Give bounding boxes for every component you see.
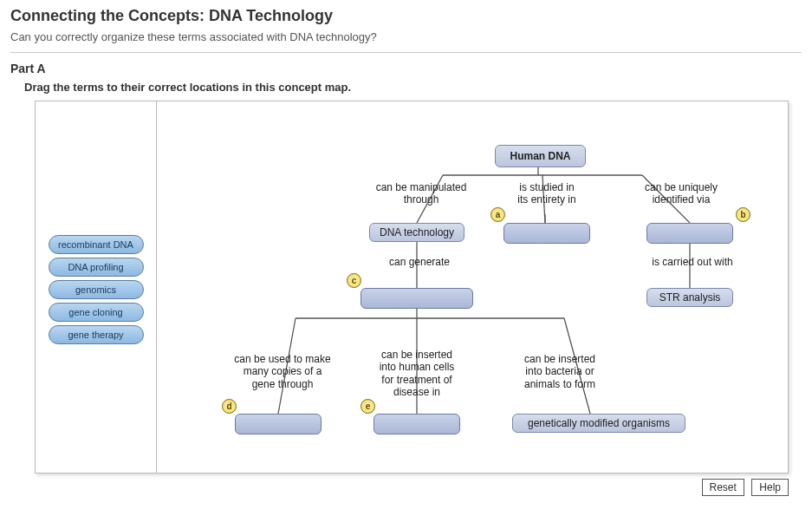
page-subtitle: Can you correctly organize these terms a… <box>10 30 802 43</box>
node-human-dna: Human DNA <box>495 145 586 167</box>
slot-e[interactable] <box>374 414 460 434</box>
node-dna-technology: DNA technology <box>369 223 464 242</box>
slot-d[interactable] <box>235 414 322 434</box>
node-gmo: genetically modified organisms <box>512 414 685 433</box>
term-recombinant-dna[interactable]: recombinant DNA <box>49 235 144 254</box>
marker-b: b <box>736 207 750 222</box>
marker-a: a <box>490 207 505 222</box>
divider <box>10 52 802 53</box>
concept-map-canvas[interactable]: Human DNA can be manipulatedthrough is s… <box>157 101 788 473</box>
help-button[interactable]: Help <box>751 479 789 496</box>
marker-d: d <box>222 399 237 414</box>
marker-e: e <box>361 399 375 414</box>
marker-c: c <box>347 273 361 288</box>
link-inserted-bacteria: can be insertedinto bacteria oranimals t… <box>503 353 616 390</box>
link-manipulated: can be manipulatedthrough <box>365 181 477 206</box>
term-genomics[interactable]: genomics <box>49 280 144 299</box>
slot-c[interactable] <box>361 288 473 309</box>
part-label: Part A <box>10 62 802 75</box>
instruction-text: Drag the terms to their correct location… <box>24 81 802 94</box>
link-studied: is studied inits entirety in <box>503 181 590 206</box>
term-dna-profiling[interactable]: DNA profiling <box>49 258 144 277</box>
term-gene-therapy[interactable]: gene therapy <box>49 325 144 344</box>
page-title: Connecting the Concepts: DNA Technology <box>10 7 802 25</box>
link-carried: is carried out with <box>640 256 744 268</box>
node-str-analysis: STR analysis <box>646 288 733 307</box>
link-copies: can be used to makemany copies of agene … <box>218 353 348 390</box>
link-generate: can generate <box>380 256 458 268</box>
reset-button[interactable]: Reset <box>702 479 744 496</box>
link-inserted-human: can be insertedinto human cellsfor treat… <box>361 349 473 399</box>
terms-column: recombinant DNA DNA profiling genomics g… <box>36 101 157 473</box>
link-unique: can be uniquelyidentified via <box>629 181 733 206</box>
button-row: Reset Help <box>35 479 789 496</box>
term-gene-cloning[interactable]: gene cloning <box>49 303 144 322</box>
slot-a[interactable] <box>503 223 590 244</box>
slot-b[interactable] <box>646 223 733 244</box>
concept-map-panel: recombinant DNA DNA profiling genomics g… <box>35 101 789 473</box>
